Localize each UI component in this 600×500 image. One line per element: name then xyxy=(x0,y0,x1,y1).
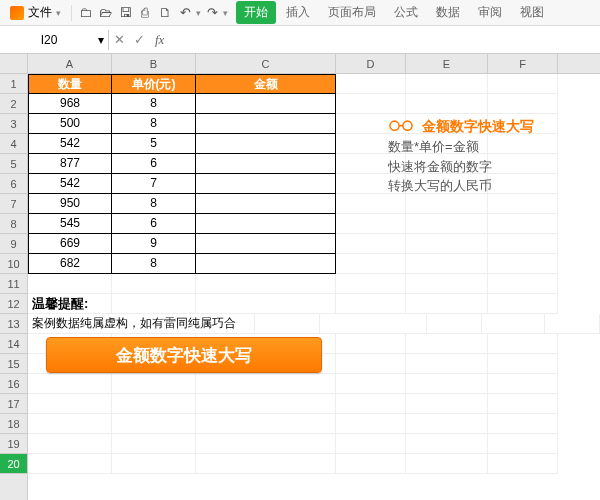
name-box[interactable] xyxy=(4,30,94,50)
cell[interactable] xyxy=(196,454,336,474)
cell[interactable] xyxy=(336,74,406,94)
cell[interactable] xyxy=(488,254,558,274)
chevron-down-icon[interactable]: ▾ xyxy=(98,33,104,47)
cell[interactable] xyxy=(406,94,488,114)
cell[interactable] xyxy=(406,454,488,474)
cell[interactable] xyxy=(488,354,558,374)
cell[interactable] xyxy=(406,414,488,434)
cell[interactable]: 8 xyxy=(112,254,196,274)
cell[interactable] xyxy=(112,454,196,474)
cell[interactable]: 542 xyxy=(28,134,112,154)
cell[interactable] xyxy=(255,314,320,334)
confirm-icon[interactable]: ✓ xyxy=(129,32,149,47)
tab-data[interactable]: 数据 xyxy=(428,1,468,24)
row-header[interactable]: 14 xyxy=(0,334,27,354)
row-header[interactable]: 18 xyxy=(0,414,27,434)
cell[interactable] xyxy=(488,94,558,114)
cell[interactable] xyxy=(320,314,427,334)
cell[interactable]: 8 xyxy=(112,114,196,134)
row-header[interactable]: 6 xyxy=(0,174,27,194)
cell[interactable] xyxy=(488,334,558,354)
fx-icon[interactable]: fx xyxy=(149,32,170,48)
file-menu[interactable]: 文件 ▾ xyxy=(4,2,67,23)
select-all-corner[interactable] xyxy=(0,54,27,74)
cell[interactable] xyxy=(28,274,112,294)
row-header[interactable]: 15 xyxy=(0,354,27,374)
tab-layout[interactable]: 页面布局 xyxy=(320,1,384,24)
cell[interactable] xyxy=(406,354,488,374)
chevron-down-icon[interactable]: ▾ xyxy=(223,8,228,18)
cell[interactable] xyxy=(427,314,482,334)
col-header[interactable]: A xyxy=(28,54,112,73)
cells-area[interactable]: A B C D E F 数量单价(元)金额9688500854258776542… xyxy=(28,54,600,500)
cell[interactable] xyxy=(28,394,112,414)
cell[interactable] xyxy=(336,374,406,394)
cell[interactable] xyxy=(336,334,406,354)
cell[interactable] xyxy=(406,254,488,274)
cell[interactable] xyxy=(196,214,336,234)
cell[interactable] xyxy=(406,374,488,394)
cell[interactable]: 7 xyxy=(112,174,196,194)
cell[interactable] xyxy=(196,294,336,314)
cell[interactable] xyxy=(488,74,558,94)
cell[interactable] xyxy=(28,414,112,434)
cell[interactable]: 542 xyxy=(28,174,112,194)
cell[interactable] xyxy=(336,214,406,234)
cell[interactable]: 单价(元) xyxy=(112,74,196,94)
open-icon[interactable]: 🗀 xyxy=(76,4,94,22)
tab-view[interactable]: 视图 xyxy=(512,1,552,24)
cell[interactable] xyxy=(336,254,406,274)
cell[interactable]: 669 xyxy=(28,234,112,254)
cell[interactable] xyxy=(488,294,558,314)
cell[interactable] xyxy=(406,434,488,454)
cell[interactable] xyxy=(196,374,336,394)
cell[interactable] xyxy=(336,414,406,434)
cell[interactable] xyxy=(112,374,196,394)
cell[interactable]: 968 xyxy=(28,94,112,114)
cell[interactable]: 案例数据纯属虚构，如有雷同纯属巧合 xyxy=(28,314,255,334)
cell[interactable] xyxy=(196,194,336,214)
convert-amount-button[interactable]: 金额数字快速大写 xyxy=(46,337,322,373)
cell[interactable] xyxy=(336,434,406,454)
row-header[interactable]: 13 xyxy=(0,314,27,334)
cell[interactable] xyxy=(196,434,336,454)
tab-formula[interactable]: 公式 xyxy=(386,1,426,24)
cell[interactable] xyxy=(196,154,336,174)
cell[interactable] xyxy=(336,294,406,314)
cell[interactable] xyxy=(406,294,488,314)
save-icon[interactable]: 🖫 xyxy=(116,4,134,22)
cell[interactable] xyxy=(112,394,196,414)
cell[interactable] xyxy=(196,394,336,414)
row-header[interactable]: 2 xyxy=(0,94,27,114)
cell[interactable] xyxy=(336,194,406,214)
cell[interactable] xyxy=(196,94,336,114)
col-header[interactable]: D xyxy=(336,54,406,73)
cell[interactable] xyxy=(112,294,196,314)
cell[interactable] xyxy=(488,394,558,414)
cell[interactable]: 9 xyxy=(112,234,196,254)
cell[interactable] xyxy=(406,334,488,354)
row-header[interactable]: 4 xyxy=(0,134,27,154)
template-icon[interactable]: 🗁 xyxy=(96,4,114,22)
cell[interactable] xyxy=(196,174,336,194)
cell[interactable] xyxy=(545,314,600,334)
cell[interactable] xyxy=(488,414,558,434)
cell[interactable] xyxy=(488,374,558,394)
cell[interactable] xyxy=(406,214,488,234)
cell[interactable] xyxy=(406,74,488,94)
cell[interactable] xyxy=(488,274,558,294)
cell[interactable]: 500 xyxy=(28,114,112,134)
col-header[interactable]: F xyxy=(488,54,558,73)
cell[interactable] xyxy=(28,454,112,474)
cell[interactable] xyxy=(406,194,488,214)
cell[interactable] xyxy=(406,394,488,414)
cell[interactable] xyxy=(488,234,558,254)
cell[interactable]: 877 xyxy=(28,154,112,174)
cell[interactable] xyxy=(406,274,488,294)
cell[interactable] xyxy=(336,354,406,374)
col-header[interactable]: C xyxy=(196,54,336,73)
undo-icon[interactable]: ↶ xyxy=(176,4,194,22)
cell[interactable]: 5 xyxy=(112,134,196,154)
cell[interactable]: 682 xyxy=(28,254,112,274)
chevron-down-icon[interactable]: ▾ xyxy=(196,8,201,18)
